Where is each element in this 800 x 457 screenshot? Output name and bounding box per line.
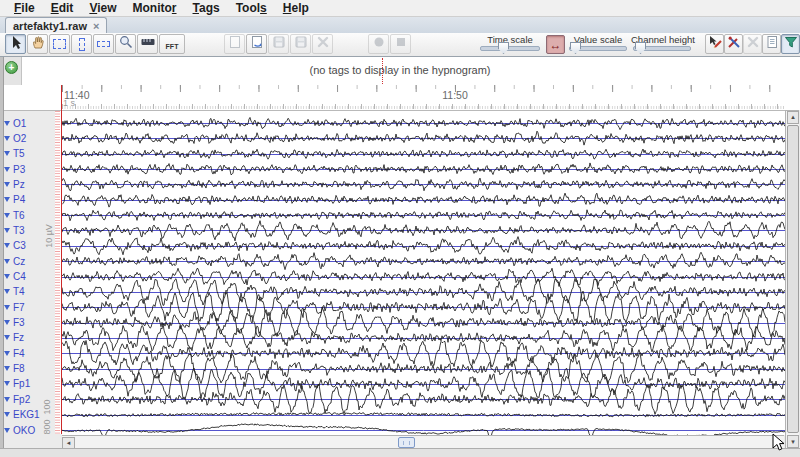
edit-montage-button[interactable] (724, 34, 743, 54)
fft-tool[interactable]: FFT (159, 34, 185, 54)
tab-close-icon[interactable]: × (93, 21, 99, 31)
channel-label-Fp1[interactable]: Fp1 (4, 378, 30, 390)
status-bar (0, 448, 800, 457)
channel-height-slider[interactable]: Channel height (631, 33, 693, 56)
channel-label-C3[interactable]: C3 (4, 240, 26, 252)
channel-dropdown-icon[interactable] (4, 228, 10, 233)
tab-bar: artefakty1.raw × (0, 17, 800, 34)
document-tab[interactable]: artefakty1.raw × (5, 17, 107, 33)
channel-dropdown-icon[interactable] (4, 197, 10, 202)
channel-label-P3[interactable]: P3 (4, 163, 25, 175)
close-tag-button (312, 34, 333, 54)
channel-label-P4[interactable]: P4 (4, 194, 25, 206)
hand-drag-tool[interactable] (27, 34, 48, 54)
channel-name: P4 (13, 194, 25, 205)
hypnogram-position-line (382, 58, 383, 84)
channel-label-EKG1[interactable]: EKG1 (4, 409, 40, 421)
arrow-select-tool[interactable] (5, 34, 26, 54)
channel-label-Pz[interactable]: Pz (4, 178, 25, 190)
channel-dropdown-icon[interactable] (4, 151, 10, 156)
channel-dropdown-icon[interactable] (4, 259, 10, 264)
channel-name: T3 (13, 225, 25, 236)
channel-label-T5[interactable]: T5 (4, 148, 25, 160)
col-dashed-icon (79, 38, 85, 51)
rect-dashed-icon (53, 39, 66, 49)
time-scale-track[interactable] (480, 46, 540, 51)
channel-label-OKO[interactable]: OKO (4, 424, 35, 436)
menu-item-view[interactable]: View (81, 1, 124, 15)
channel-label-O2[interactable]: O2 (4, 132, 26, 144)
channel-dropdown-icon[interactable] (4, 182, 10, 187)
time-scale-slider[interactable]: Time scale (478, 33, 542, 56)
menu-item-file[interactable]: File (6, 1, 43, 15)
channel-dropdown-icon[interactable] (4, 136, 10, 141)
select-block-tool[interactable] (49, 34, 70, 54)
vertical-scrollbar[interactable]: ▴ ▾ (785, 110, 799, 448)
channel-dropdown-icon[interactable] (4, 366, 10, 371)
time-scale-thumb[interactable] (498, 42, 509, 54)
channel-dropdown-icon[interactable] (4, 335, 10, 340)
channel-name: Fz (13, 332, 24, 343)
horizontal-scrollbar[interactable]: ◂ (62, 435, 784, 448)
value-scale-slider[interactable]: Value scale (567, 33, 629, 56)
vertical-scrollbar-thumb[interactable] (787, 125, 799, 433)
horizontal-scrollbar-thumb[interactable] (398, 437, 415, 448)
new-tag-button (224, 34, 245, 54)
channel-label-Cz[interactable]: Cz (4, 255, 25, 267)
channel-dropdown-icon[interactable] (4, 351, 10, 356)
bottom-left-filler (0, 434, 62, 448)
menu-item-tools[interactable]: Tools (228, 1, 275, 15)
channel-label-F4[interactable]: F4 (4, 347, 25, 359)
open-tag-button[interactable] (246, 34, 267, 54)
signal-view-canvas[interactable] (62, 111, 785, 435)
scroll-up-arrow-icon[interactable]: ▴ (787, 111, 799, 124)
channel-dropdown-icon[interactable] (4, 381, 10, 386)
channel-dropdown-icon[interactable] (4, 397, 10, 402)
channel-dropdown-icon[interactable] (4, 305, 10, 310)
select-column-tool[interactable] (71, 34, 92, 54)
channel-name: C3 (13, 240, 26, 251)
value-scale-thumb[interactable] (570, 42, 581, 54)
measure-tool[interactable] (137, 34, 158, 54)
channel-dropdown-icon[interactable] (4, 428, 10, 433)
channel-dropdown-icon[interactable] (4, 289, 10, 294)
horizontal-arrows-icon: ↔ (550, 40, 562, 50)
channel-dropdown-icon[interactable] (4, 121, 10, 126)
menu-item-edit[interactable]: Edit (43, 1, 82, 15)
channel-dropdown-icon[interactable] (4, 274, 10, 279)
channel-label-Fp2[interactable]: Fp2 (4, 393, 30, 405)
pencil-tag-icon (707, 34, 723, 54)
channel-label-F3[interactable]: F3 (4, 317, 25, 329)
zoom-tool[interactable] (115, 34, 136, 54)
channel-name: F4 (13, 348, 25, 359)
menu-item-tags[interactable]: Tags (185, 1, 228, 15)
channel-dropdown-icon[interactable] (4, 213, 10, 218)
channel-label-O1[interactable]: O1 (4, 117, 26, 129)
menu-item-help[interactable]: Help (275, 1, 317, 15)
channel-dropdown-icon[interactable] (4, 320, 10, 325)
record-icon (371, 34, 387, 54)
channel-height-thumb[interactable] (635, 42, 646, 54)
menu-item-monitor[interactable]: Monitor (125, 1, 185, 15)
channel-label-F8[interactable]: F8 (4, 363, 25, 375)
tab-title: artefakty1.raw (13, 20, 87, 32)
fit-time-scale-button[interactable]: ↔ (546, 35, 565, 54)
channel-label-T3[interactable]: T3 (4, 224, 25, 236)
tag-style-button[interactable] (705, 34, 724, 54)
channel-label-Fz[interactable]: Fz (4, 332, 24, 344)
channel-label-F7[interactable]: F7 (4, 301, 25, 313)
channel-label-T6[interactable]: T6 (4, 209, 25, 221)
scale-label-top: 10 µV (44, 216, 54, 256)
row-dashed-icon (97, 41, 110, 47)
filter-button[interactable] (781, 34, 800, 54)
document-info-button[interactable] (762, 34, 781, 54)
time-axis[interactable]: 11:40 11:50 1 s (0, 85, 800, 110)
hypnogram-strip[interactable]: + (no tags to display in the hypnogram) (0, 57, 800, 86)
channel-dropdown-icon[interactable] (4, 167, 10, 172)
channel-dropdown-icon[interactable] (4, 412, 10, 417)
select-row-tool[interactable] (93, 34, 114, 54)
channel-label-C4[interactable]: C4 (4, 271, 26, 283)
scroll-down-arrow-icon[interactable]: ▾ (787, 435, 799, 448)
channel-dropdown-icon[interactable] (4, 243, 10, 248)
channel-label-T4[interactable]: T4 (4, 286, 25, 298)
